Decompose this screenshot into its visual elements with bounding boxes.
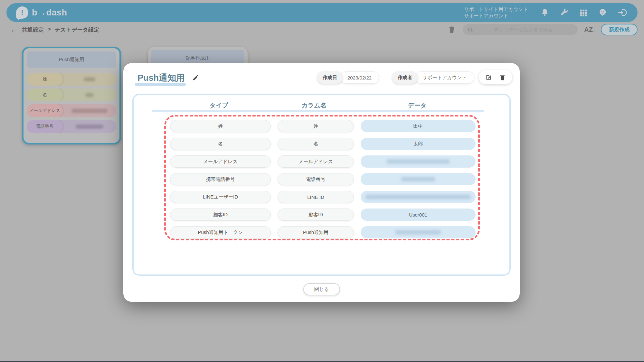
- topbar-right: サポートサイト用アカウント サポートアカウント: [464, 3, 627, 22]
- column-pill: Push通知用: [278, 226, 354, 238]
- data-pill: [361, 155, 476, 168]
- brand-logo[interactable]: ! b→dash: [16, 3, 67, 22]
- card-field-row: 電話番号: [27, 120, 116, 133]
- card-field-value: [63, 88, 116, 101]
- column-header-data: データ: [408, 101, 427, 110]
- redacted-value-blob: [84, 77, 96, 81]
- bottom-edge-strip: [0, 361, 644, 362]
- account-info[interactable]: サポートサイト用アカウント サポートアカウント: [464, 6, 528, 19]
- account-user-name: サポートアカウント: [464, 13, 528, 19]
- card-field-value: [63, 120, 116, 133]
- column-pill: メールアドレス: [278, 155, 354, 168]
- wrench-icon[interactable]: [560, 8, 569, 17]
- data-pill: 田中: [361, 120, 476, 132]
- type-pill: メールアドレス: [170, 155, 271, 168]
- created-date-value: 2023/02/22: [340, 71, 379, 84]
- search-icon: [467, 27, 473, 33]
- search-input[interactable]: [473, 27, 573, 32]
- column-pill: LINE ID: [278, 191, 354, 203]
- redacted-value-blob: [365, 195, 471, 199]
- page-toolbar: ← 共通設定 > テストデータ設定 AZ ↓ 新規作成: [6, 23, 638, 36]
- edit-record-icon[interactable]: [485, 74, 492, 81]
- card-field-row: 姓: [27, 73, 116, 86]
- type-pill: Push通知用トークン: [170, 226, 271, 238]
- highlighted-rows-region: 姓 姓 田中 名 名 太郎 メールアドレス メールアドレス 携帯電話番号 電話番…: [164, 115, 480, 240]
- creator-chip: 作成者 サポートアカウント: [392, 71, 474, 84]
- brand-bubble-icon: !: [16, 6, 28, 19]
- modal-actions: [479, 70, 512, 84]
- card-field-label: 姓: [27, 73, 63, 86]
- top-app-bar: ! b→dash サポートサイト用アカウント サポートアカウント: [6, 3, 638, 22]
- type-pill: 姓: [170, 120, 271, 132]
- creator-value: サポートアカウント: [415, 71, 474, 84]
- bell-icon[interactable]: [540, 8, 549, 17]
- card-rows: 姓 名 メールアドレス 電話番号: [27, 73, 116, 133]
- data-pill: 太郎: [361, 138, 476, 150]
- card-field-row: 名: [27, 88, 116, 101]
- redacted-value-blob: [76, 125, 103, 129]
- back-button[interactable]: ←: [10, 25, 22, 34]
- redacted-value-blob: [395, 230, 441, 235]
- breadcrumb-separator: >: [48, 26, 51, 33]
- screen: ! b→dash サポートサイト用アカウント サポートアカウント: [0, 0, 644, 362]
- created-date-chip: 作成日 2023/02/22: [317, 71, 379, 84]
- delete-mode-icon[interactable]: [448, 26, 456, 33]
- card-field-value: [63, 104, 116, 117]
- redacted-value-blob: [71, 109, 108, 113]
- edit-title-pencil-icon[interactable]: [192, 74, 199, 81]
- apps-grid-icon[interactable]: [579, 8, 588, 17]
- type-pill: LINEユーザーID: [170, 191, 271, 203]
- data-pill: [361, 226, 476, 238]
- card-push-notification[interactable]: Push通知用 姓 名 メールアドレス 電話番号: [22, 47, 121, 144]
- type-pill: 携帯電話番号: [170, 173, 271, 185]
- account-site-name: サポートサイト用アカウント: [464, 6, 528, 13]
- column-header-type: タイプ: [210, 101, 228, 110]
- mascot-bubble-icon[interactable]: [598, 8, 607, 17]
- brand-logo-text: b→dash: [32, 8, 67, 18]
- created-date-label: 作成日: [317, 71, 343, 84]
- breadcrumb-current-page: テストデータ設定: [55, 26, 99, 33]
- data-pill: [361, 173, 476, 185]
- search-box: [463, 24, 578, 35]
- sort-arrow-icon: ↓: [593, 29, 595, 33]
- logout-icon[interactable]: [618, 8, 627, 17]
- delete-record-icon[interactable]: [499, 74, 506, 81]
- card-field-label: 名: [27, 88, 63, 101]
- card-field-label: メールアドレス: [27, 104, 63, 117]
- column-pill: 名: [278, 138, 354, 150]
- redacted-value-blob: [401, 177, 435, 181]
- redacted-value-blob: [386, 159, 450, 164]
- redacted-value-blob: [85, 93, 94, 97]
- close-button[interactable]: 閉じる: [303, 283, 340, 295]
- card-field-row: メールアドレス: [27, 104, 116, 117]
- card-title: Push通知用: [27, 51, 116, 68]
- data-table-panel: タイプ カラム名 データ 姓 姓 田中 名 名 太郎 メールアドレス メールアド…: [132, 94, 511, 276]
- breadcrumb: 共通設定 > テストデータ設定: [22, 26, 99, 33]
- modal-title: Push通知用: [137, 72, 185, 84]
- breadcrumb-section[interactable]: 共通設定: [22, 26, 44, 33]
- column-pill: 姓: [278, 120, 354, 132]
- column-header-column-name: カラム名: [301, 101, 326, 110]
- data-pill: User001: [361, 209, 476, 221]
- type-pill: 顧客ID: [170, 209, 271, 221]
- sort-az-label: AZ: [584, 26, 593, 33]
- card-field-label: 電話番号: [27, 120, 63, 133]
- test-data-detail-modal: Push通知用 作成日 2023/02/22 作成者 サポートアカウント タイプ…: [123, 63, 520, 302]
- column-pill: 顧客ID: [278, 209, 354, 221]
- column-pill: 電話番号: [278, 173, 354, 185]
- card-field-value: [63, 73, 116, 86]
- type-pill: 名: [170, 138, 271, 150]
- creator-label: 作成者: [392, 71, 418, 84]
- header-divider: [152, 110, 484, 112]
- create-new-button[interactable]: 新規作成: [601, 24, 638, 35]
- sort-az-button[interactable]: AZ ↓: [584, 26, 595, 33]
- data-pill: [361, 191, 476, 203]
